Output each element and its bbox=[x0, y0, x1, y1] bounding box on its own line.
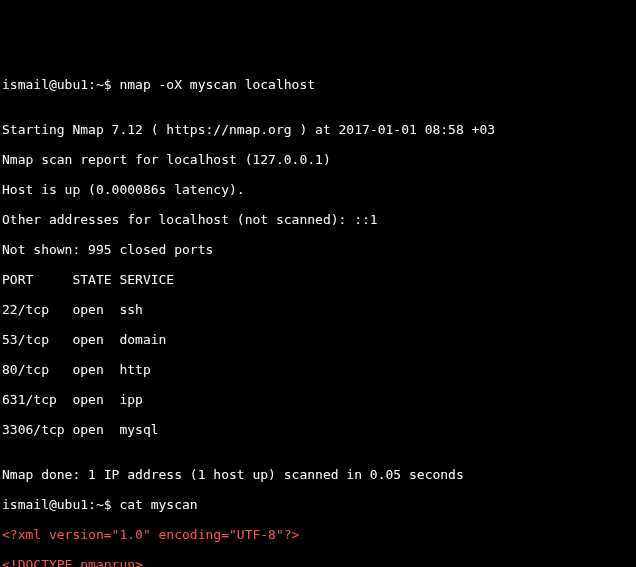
prompt-sigil-2: $ bbox=[104, 497, 112, 512]
prompt-line-2: ismail@ubu1:~$ cat myscan bbox=[2, 497, 634, 512]
command-1: nmap -oX myscan localhost bbox=[112, 77, 316, 92]
terminal-window[interactable]: ismail@ubu1:~$ nmap -oX myscan localhost… bbox=[0, 60, 636, 567]
prompt-sep: : bbox=[88, 77, 96, 92]
nmap-out-port-631: 631/tcp open ipp bbox=[2, 392, 634, 407]
nmap-out-done: Nmap done: 1 IP address (1 host up) scan… bbox=[2, 467, 634, 482]
xml-doctype: <!DOCTYPE nmaprun> bbox=[2, 557, 634, 567]
prompt-path-2: ~ bbox=[96, 497, 104, 512]
xml-decl: <?xml version="1.0" encoding="UTF-8"?> bbox=[2, 527, 634, 542]
nmap-out-otheraddr: Other addresses for localhost (not scann… bbox=[2, 212, 634, 227]
prompt-user-host-2: ismail@ubu1 bbox=[2, 497, 88, 512]
nmap-out-port-3306: 3306/tcp open mysql bbox=[2, 422, 634, 437]
nmap-out-hostup: Host is up (0.000086s latency). bbox=[2, 182, 634, 197]
prompt-sigil: $ bbox=[104, 77, 112, 92]
nmap-out-start: Starting Nmap 7.12 ( https://nmap.org ) … bbox=[2, 122, 634, 137]
nmap-out-port-80: 80/tcp open http bbox=[2, 362, 634, 377]
prompt-user-host: ismail@ubu1 bbox=[2, 77, 88, 92]
prompt-sep-2: : bbox=[88, 497, 96, 512]
command-2: cat myscan bbox=[112, 497, 198, 512]
nmap-out-report: Nmap scan report for localhost (127.0.0.… bbox=[2, 152, 634, 167]
prompt-path: ~ bbox=[96, 77, 104, 92]
prompt-line-1: ismail@ubu1:~$ nmap -oX myscan localhost bbox=[2, 77, 634, 92]
nmap-out-notshown: Not shown: 995 closed ports bbox=[2, 242, 634, 257]
nmap-out-port-53: 53/tcp open domain bbox=[2, 332, 634, 347]
nmap-out-header: PORT STATE SERVICE bbox=[2, 272, 634, 287]
nmap-out-port-22: 22/tcp open ssh bbox=[2, 302, 634, 317]
